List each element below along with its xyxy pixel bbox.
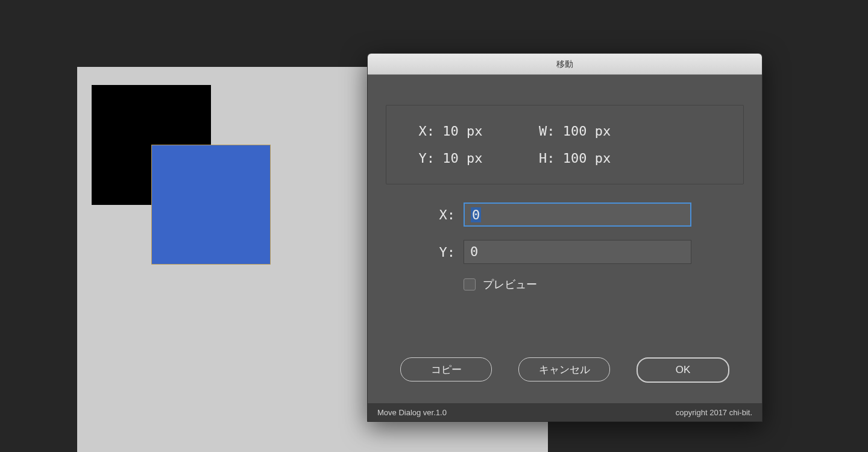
info-x-label: X: <box>410 124 435 139</box>
preview-checkbox[interactable] <box>464 278 476 290</box>
input-y-label: Y: <box>438 245 455 260</box>
input-x-field[interactable]: 0 <box>464 202 691 227</box>
cancel-button[interactable]: キャンセル <box>518 357 610 381</box>
input-x-label: X: <box>438 207 455 222</box>
info-h-value: 100 px <box>563 151 611 166</box>
info-x-value: 10 px <box>442 124 482 139</box>
dialog-footer: Move Dialog ver.1.0 copyright 2017 chi-b… <box>368 403 762 421</box>
dialog-buttons: コピー キャンセル OK <box>368 357 762 383</box>
input-y-value: 0 <box>470 244 478 259</box>
footer-copyright: copyright 2017 chi-bit. <box>676 408 752 417</box>
copy-button[interactable]: コピー <box>400 357 492 381</box>
move-dialog: 移動 X: 10 px Y: 10 px W: 100 px H: 100 px <box>367 53 763 422</box>
info-w-label: W: <box>530 124 555 139</box>
move-inputs-group: X: 0 Y: 0 プレビュー <box>438 202 691 292</box>
info-y-label: Y: <box>410 151 435 166</box>
ok-button[interactable]: OK <box>637 357 729 383</box>
input-y-field[interactable]: 0 <box>464 240 691 264</box>
info-w-value: 100 px <box>563 124 611 139</box>
info-h-label: H: <box>530 151 555 166</box>
dialog-title: 移動 <box>556 59 573 69</box>
info-y-value: 10 px <box>442 151 482 166</box>
dialog-titlebar[interactable]: 移動 <box>368 54 762 75</box>
preview-label: プレビュー <box>483 277 537 292</box>
input-x-value: 0 <box>471 207 481 222</box>
footer-version: Move Dialog ver.1.0 <box>377 408 447 417</box>
blue-square-selected-object[interactable] <box>151 145 271 265</box>
selection-info-panel: X: 10 px Y: 10 px W: 100 px H: 100 px <box>386 105 744 184</box>
